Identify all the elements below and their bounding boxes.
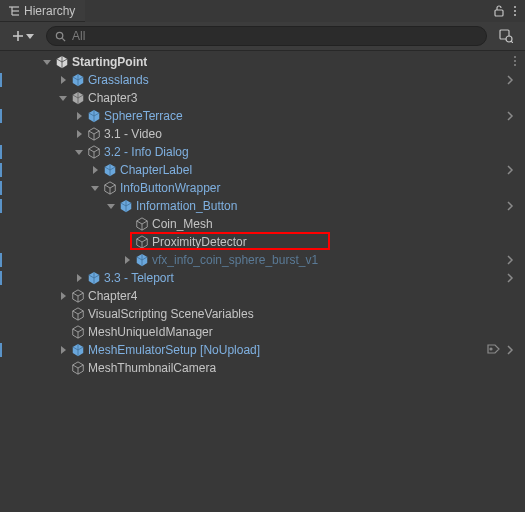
svg-line-12	[62, 38, 65, 41]
tree-row[interactable]: Information_Button	[0, 197, 525, 215]
prefab-connector	[0, 271, 2, 285]
tree-row[interactable]: ProximityDetector	[0, 233, 525, 251]
svg-point-7	[514, 10, 516, 12]
gameobject-cube-icon	[70, 360, 86, 376]
gameobject-cube-icon	[70, 90, 86, 106]
panel-title: Hierarchy	[24, 4, 75, 18]
gameobject-cube-icon	[134, 234, 150, 250]
tree-row[interactable]: MeshUniqueIdManager	[0, 323, 525, 341]
prefab-cube-icon	[134, 252, 150, 268]
tree-row-label: Coin_Mesh	[152, 217, 213, 231]
tree-row[interactable]: InfoButtonWrapper	[0, 179, 525, 197]
tree-row[interactable]: MeshThumbnailCamera	[0, 359, 525, 377]
prefab-connector	[0, 163, 2, 177]
tree-row-label: SphereTerrace	[104, 109, 183, 123]
tree-row-label: InfoButtonWrapper	[120, 181, 221, 195]
open-prefab-chevron-icon[interactable]	[503, 111, 517, 121]
tree-row[interactable]: StartingPoint	[0, 53, 525, 71]
hierarchy-tab[interactable]: Hierarchy	[0, 0, 85, 22]
gameobject-cube-icon	[134, 216, 150, 232]
prefab-cube-icon	[86, 270, 102, 286]
svg-point-11	[56, 32, 62, 38]
expand-arrow-right[interactable]	[88, 166, 102, 174]
tree-row-label: Chapter4	[88, 289, 137, 303]
tree-row[interactable]: 3.2 - Info Dialog	[0, 143, 525, 161]
tree-row-label: MeshThumbnailCamera	[88, 361, 216, 375]
open-prefab-chevron-icon[interactable]	[503, 165, 517, 175]
tree-row[interactable]: 3.1 - Video	[0, 125, 525, 143]
prefab-cube-icon	[86, 108, 102, 124]
open-prefab-chevron-icon[interactable]	[503, 75, 517, 85]
kebab-icon[interactable]	[513, 5, 517, 17]
lock-icon[interactable]	[493, 5, 505, 17]
expand-arrow-down[interactable]	[40, 58, 54, 66]
expand-arrow-down[interactable]	[56, 94, 70, 102]
expand-arrow-right[interactable]	[72, 274, 86, 282]
tree-row-label: MeshUniqueIdManager	[88, 325, 213, 339]
gameobject-cube-icon	[86, 144, 102, 160]
tree-row-label: 3.2 - Info Dialog	[104, 145, 189, 159]
tree-row-label: Information_Button	[136, 199, 237, 213]
tree-row-label: 3.1 - Video	[104, 127, 162, 141]
svg-point-8	[514, 14, 516, 16]
tree-row[interactable]: ChapterLabel	[0, 161, 525, 179]
expand-arrow-right[interactable]	[120, 256, 134, 264]
prefab-cube-icon	[102, 162, 118, 178]
tree-row[interactable]: Chapter3	[0, 89, 525, 107]
expand-arrow-down[interactable]	[104, 202, 118, 210]
expand-arrow-down[interactable]	[72, 148, 86, 156]
open-prefab-chevron-icon[interactable]	[503, 255, 517, 265]
tree-row-label: ChapterLabel	[120, 163, 192, 177]
plus-icon	[12, 30, 24, 42]
svg-point-18	[514, 64, 516, 66]
prefab-connector	[0, 343, 2, 357]
tree-row[interactable]: MeshEmulatorSetup [NoUpload]	[0, 341, 525, 359]
tree-row-label: ProximityDetector	[152, 235, 247, 249]
tree-row-label: vfx_info_coin_sphere_burst_v1	[152, 253, 318, 267]
expand-arrow-down[interactable]	[88, 184, 102, 192]
tree-row-label: StartingPoint	[72, 55, 147, 69]
row-kebab-icon[interactable]	[513, 55, 517, 70]
open-prefab-chevron-icon[interactable]	[503, 345, 517, 355]
prefab-connector	[0, 199, 2, 213]
prefab-cube-icon	[118, 198, 134, 214]
filter-icon	[499, 29, 513, 43]
expand-arrow-right[interactable]	[72, 112, 86, 120]
open-prefab-chevron-icon[interactable]	[503, 201, 517, 211]
gameobject-cube-icon	[102, 180, 118, 196]
panel-header: Hierarchy	[0, 0, 525, 22]
add-button[interactable]	[8, 28, 38, 44]
prefab-connector	[0, 253, 2, 267]
gameobject-cube-icon	[70, 324, 86, 340]
tree-row[interactable]: vfx_info_coin_sphere_burst_v1	[0, 251, 525, 269]
prefab-connector	[0, 73, 2, 87]
tree-row-label: Chapter3	[88, 91, 137, 105]
tree-row[interactable]: 3.3 - Teleport	[0, 269, 525, 287]
expand-arrow-right[interactable]	[72, 130, 86, 138]
tree-row[interactable]: Grasslands	[0, 71, 525, 89]
gameobject-cube-icon	[86, 126, 102, 142]
prefab-cube-icon	[70, 342, 86, 358]
tree-row-label: Grasslands	[88, 73, 149, 87]
expand-arrow-right[interactable]	[56, 76, 70, 84]
tree-row[interactable]: VisualScripting SceneVariables	[0, 305, 525, 323]
tag-icon	[487, 343, 501, 358]
tree-row[interactable]: Coin_Mesh	[0, 215, 525, 233]
expand-arrow-right[interactable]	[56, 346, 70, 354]
search-input[interactable]	[72, 29, 478, 43]
tree-row-label: 3.3 - Teleport	[104, 271, 174, 285]
filter-button[interactable]	[495, 26, 517, 46]
expand-arrow-right[interactable]	[56, 292, 70, 300]
tree-row[interactable]: Chapter4	[0, 287, 525, 305]
hierarchy-icon	[8, 5, 20, 17]
prefab-connector	[0, 181, 2, 195]
svg-rect-5	[495, 10, 503, 16]
prefab-connector	[0, 109, 2, 123]
svg-point-17	[514, 60, 516, 62]
hierarchy-tree: StartingPointGrasslandsChapter3SphereTer…	[0, 51, 525, 379]
tree-row[interactable]: SphereTerrace	[0, 107, 525, 125]
search-field[interactable]	[46, 26, 487, 46]
open-prefab-chevron-icon[interactable]	[503, 273, 517, 283]
gameobject-cube-icon	[70, 288, 86, 304]
chevron-down-icon	[26, 32, 34, 40]
